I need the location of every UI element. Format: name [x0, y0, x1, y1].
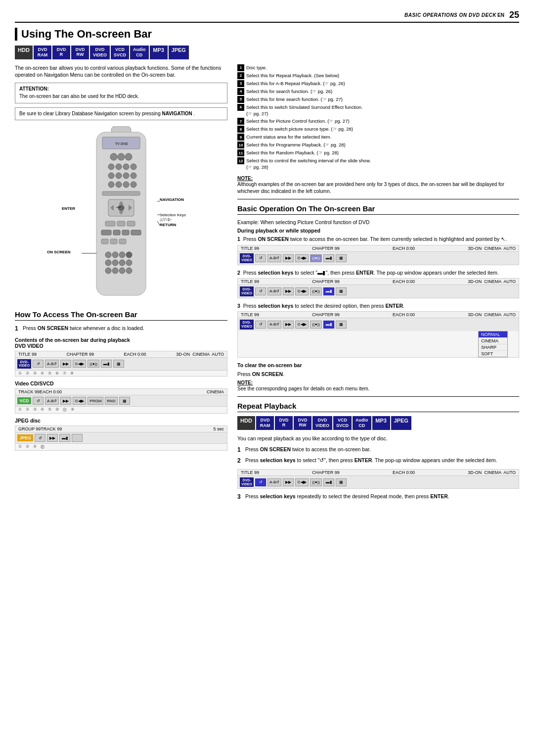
- item-8: 8 Select this to switch picture source t…: [237, 126, 519, 133]
- icon-ab-repeat: A-B↺: [45, 360, 59, 368]
- item-4: 4 Select this for search function. (☞ pg…: [237, 88, 519, 95]
- icon-search: ▶▶: [60, 360, 71, 368]
- group-label: GROUP 99: [18, 426, 41, 431]
- nav-note-text: Be sure to clear Library Database Naviga…: [19, 111, 162, 116]
- title-label: TITLE 99: [18, 352, 37, 357]
- disc-badge-mp3: MP3: [150, 46, 168, 59]
- note-text-2: See the corresponding pages for details …: [237, 385, 519, 392]
- bar3-icon-ab: A-B↺: [267, 321, 281, 329]
- item-10: 10 Select this for Programme Playback. (…: [237, 142, 519, 148]
- jpeg-sub-title: JPEG disc: [15, 418, 227, 424]
- vcd-icon-rnd: RND: [105, 397, 117, 405]
- vcd-bar: TRACK 99 EACH 0:00 CINEMA VCD ↺ A-B↺ ▶▶ …: [15, 388, 227, 414]
- vcd-bar-header: TRACK 99 EACH 0:00 CINEMA: [15, 389, 227, 395]
- basic-step-1-desc: 1 Press ON SCREEN twice to access the on…: [237, 236, 519, 243]
- icon-source: ▦: [113, 360, 124, 368]
- bar1-dvd-badge: DVD-VIDEO: [240, 253, 254, 263]
- vcd-bar-row: VCD ↺ A-B↺ ▶▶ ⊙◀▶ PRGM RND ▦: [15, 395, 227, 406]
- bar2-icon-picture: ▬▮: [323, 287, 334, 295]
- attention-text: The on-screen bar can also be used for t…: [19, 93, 223, 100]
- on-screen-bold-clear: ON SCREEN: [252, 371, 283, 377]
- repeat-enter-bold: ENTER: [355, 457, 372, 463]
- jpeg-icon-repeat: ↺: [35, 434, 45, 442]
- repeat-sel-bold: selection keys: [260, 457, 296, 463]
- bar3-dvd-badge: DVD-VIDEO: [240, 320, 254, 329]
- repeat-badge-dvd-video: DVDVIDEO: [312, 416, 332, 430]
- on-screen-bold-2: ON SCREEN: [258, 236, 288, 242]
- repeat-step-1: 1 Press ON SCREEN twice to access the on…: [237, 446, 519, 454]
- header-title: BASIC OPERATIONS ON DVD DECK: [404, 12, 496, 18]
- basic-bar1-row: DVD-VIDEO ↺ A-B↺ ▶▶ ⊙◀▶ ((●)) ▬▮ ▦: [238, 252, 519, 264]
- vcd-icon-ab: A-B↺: [45, 397, 59, 405]
- disc-badge-dvd-video: DVDVIDEO: [90, 46, 110, 59]
- basic-bar-2: TITLE 99 CHAPTER 99 EACH 0:00 3D-ON CINE…: [237, 278, 519, 298]
- bar1-icon-time: ⊙◀▶: [295, 254, 309, 262]
- numbered-items-list: 1 Disc type. 2 Select this for Repeat Pl…: [237, 64, 519, 171]
- bar3-icon-search: ▶▶: [283, 321, 294, 329]
- repeat-badge-hdd: HDD: [237, 416, 255, 430]
- repeat-badge-dvd-r: DVDR: [275, 416, 293, 430]
- on-screen-bold-1: ON SCREEN: [38, 325, 68, 331]
- popup-item-soft: SOFT: [479, 351, 507, 357]
- dvd-bar-nums: ① ② ③ ④ ⑤ ⑥ ⑦ ⑧: [15, 370, 227, 376]
- basic-op-title: Basic Operation On The On-screen Bar: [237, 204, 519, 215]
- en-label: EN: [497, 12, 504, 18]
- sel-keys-bold-2: selection keys: [258, 270, 293, 276]
- nav-note-box: Be sure to clear Library Database Naviga…: [15, 107, 227, 120]
- vcd-icon-source: ▦: [119, 397, 130, 405]
- how-to-steps: 1 Press ON SCREEN twice whenever a disc …: [15, 325, 227, 333]
- repeat-enter-bold-3: ENTER: [430, 493, 448, 499]
- jpeg-badge: JPEG: [17, 434, 33, 441]
- bar2-dvd-badge: DVD-VIDEO: [240, 286, 254, 296]
- vcd-icon-prgm: PRGM: [88, 397, 103, 405]
- disc-badge-vcd: VCDSVCD: [111, 46, 129, 59]
- dvd-video-badge: DVD-VIDEO: [17, 359, 31, 369]
- jpeg-bar-header: GROUP 99 TRACK 99 5 sec: [15, 426, 227, 432]
- enter-bold-3: ENTER: [385, 303, 403, 309]
- repeat-intro: You can repeat playback as you like acco…: [237, 435, 519, 442]
- repeat-icon-surround: ((●)): [310, 478, 322, 486]
- item-2: 2 Select this for Repeat Playback. (See …: [237, 72, 519, 79]
- basic-bar-1: TITLE 99 CHAPTER 99 EACH 0:00 3D-ON CINE…: [237, 245, 519, 265]
- basic-bar3-row: DVD-VIDEO ↺ A-B↺ ▶▶ ⊙◀▶ ((●)) ▬▮ ▦: [238, 318, 519, 331]
- basic-bar1-header: TITLE 99 CHAPTER 99 EACH 0:00 3D-ON CINE…: [238, 245, 519, 252]
- attention-title: ATTENTION:: [19, 86, 223, 92]
- repeat-steps: 1 Press ON SCREEN twice to access the on…: [237, 446, 519, 465]
- basic-bar3-header: TITLE 99 CHAPTER 99 EACH 0:00 3D-ON CINE…: [238, 312, 519, 318]
- contents-sub-title: Contents of the on-screen bar during pla…: [15, 337, 227, 349]
- item-5: 5 Select this for time search function. …: [237, 96, 519, 103]
- repeat-bar: TITLE 99 CHAPTER 99 EACH 0:00 3D-ON CINE…: [237, 469, 519, 489]
- popup-item-normal: NORMAL: [479, 331, 507, 338]
- repeat-icon-source: ▦: [336, 478, 347, 486]
- step-num-2: 2: [237, 270, 240, 276]
- item-11: 11 Select this for Random Playback. (☞ p…: [237, 149, 519, 156]
- repeat-icon-search: ▶▶: [283, 478, 294, 486]
- during-title: During playback or while stopped: [237, 228, 519, 234]
- repeat-on-screen-bold: ON SCREEN: [260, 446, 291, 452]
- repeat-icon-time: ⊙◀▶: [295, 478, 309, 486]
- repeat-badge-jpeg: JPEG: [391, 416, 411, 430]
- vcd-sub-title: Video CD/SVCD: [15, 380, 227, 386]
- bar3-icon-repeat: ↺: [255, 321, 266, 329]
- bar2-icon-time: ⊙◀▶: [295, 287, 309, 295]
- disc-badge-dvd-r: DVDR: [52, 46, 70, 59]
- bar3-icon-time: ⊙◀▶: [295, 321, 309, 329]
- jpeg-bar-nums: ① ② ④ ⑫: [15, 443, 227, 450]
- note-title-2: NOTE:: [237, 380, 519, 385]
- page-number: 25: [509, 10, 519, 20]
- bar3-with-popup: DVD-VIDEO ↺ A-B↺ ▶▶ ⊙◀▶ ((●)) ▬▮ ▦: [238, 318, 519, 331]
- repeat-badge-mp3: MP3: [372, 416, 390, 430]
- item-6: 6 Select this to switch Simulated Surrou…: [237, 104, 519, 117]
- dvd-video-label: DVD VIDEO: [15, 343, 44, 349]
- disc-badge-dvd-rw: DVDRW: [71, 46, 89, 59]
- icon-surround: ((●)): [88, 360, 99, 368]
- dvd-video-bar: TITLE 99 CHAPTER 99 EACH 0:00 3D-ON CINE…: [15, 351, 227, 377]
- intro-text: The on-screen bar allows you to control …: [15, 64, 227, 79]
- connector-lines: [37, 126, 205, 304]
- item-7: 7 Select this for Picture Control functi…: [237, 118, 519, 125]
- nav-note-period: .: [194, 111, 195, 116]
- repeat-badge-dvd-ram: DVDRAM: [256, 416, 274, 430]
- bar1-icon-surround: ((●)): [310, 254, 322, 262]
- item-1: 1 Disc type.: [237, 64, 519, 71]
- icon-repeat: ↺: [33, 360, 44, 368]
